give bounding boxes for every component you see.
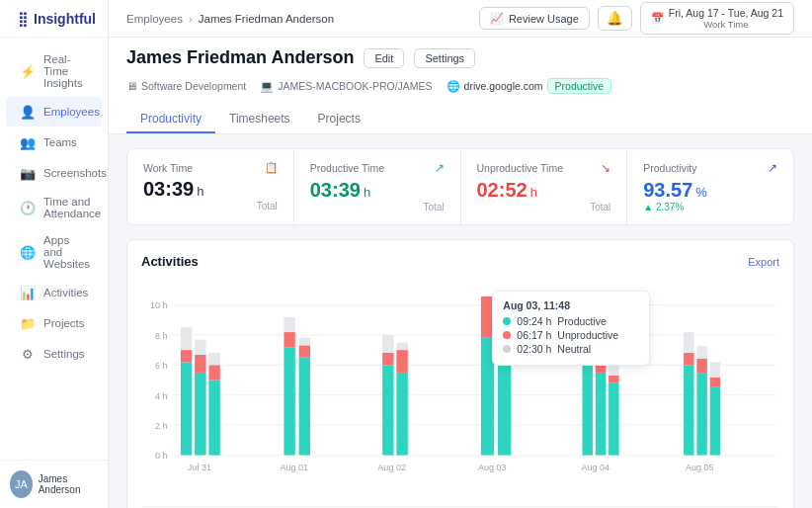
- calendar-icon: 📅: [651, 12, 664, 25]
- date-sub-text: Work Time: [669, 19, 783, 30]
- y-label-10h: 10 h: [150, 300, 168, 310]
- tooltip-productive-value: 09:24 h: [517, 315, 551, 327]
- avatar-name: James Anderson: [39, 473, 98, 495]
- productivity-unit: %: [695, 185, 707, 200]
- y-label-6h: 6 h: [155, 361, 168, 371]
- breadcrumb-current: James Friedman Anderson: [199, 13, 334, 25]
- date-range-display: Fri, Aug 17 - Tue, Aug 21 Work Time: [669, 7, 783, 30]
- sidebar-item-appswebsites[interactable]: 🌐 Apps and Websites: [6, 227, 102, 277]
- productive-sub: Total: [310, 202, 445, 212]
- productivity-value: 93.57: [643, 179, 692, 202]
- bar-productive: [609, 382, 618, 455]
- bar-neutral: [396, 343, 407, 351]
- stat-work-label: Work Time 📋: [143, 161, 278, 174]
- url-text: drive.google.com: [464, 80, 543, 92]
- breadcrumb-parent[interactable]: Employees: [126, 13, 183, 25]
- review-usage-button[interactable]: 📈 Review Usage: [479, 7, 590, 30]
- bar-productive: [583, 358, 593, 456]
- content-area: Work Time 📋 03:39 h Total Productive Tim…: [109, 134, 812, 508]
- tooltip-neutral-label: Neutral: [557, 343, 591, 355]
- sidebar-item-label: Real-Time Insights: [43, 53, 88, 89]
- productivity-change: ▲ 2.37%: [643, 202, 777, 212]
- unproductive-icon: ↘: [601, 161, 610, 175]
- sidebar-item-screenshots[interactable]: 📷 Screenshots: [6, 158, 102, 188]
- work-time-icon: 📋: [265, 161, 278, 174]
- logo-icon: ⣿: [18, 11, 28, 27]
- bar-unproductive: [181, 350, 192, 362]
- productivity-icon: ↗: [768, 161, 777, 175]
- tab-timesheets[interactable]: Timesheets: [215, 106, 304, 133]
- sidebar-item-settings[interactable]: ⚙ Settings: [6, 339, 102, 369]
- settings-icon: ⚙: [20, 346, 36, 362]
- stat-unproductive-time: Unproductive Time ↘ 02:52 h Total: [461, 149, 628, 224]
- bar-neutral: [195, 340, 205, 355]
- device-icon: 💻: [260, 80, 274, 93]
- avatar: JA: [10, 470, 33, 498]
- date-range-button[interactable]: 📅 Fri, Aug 17 - Tue, Aug 21 Work Time: [640, 2, 794, 35]
- y-label-8h: 8 h: [155, 331, 168, 341]
- productive-label: Productive Time: [310, 162, 384, 174]
- page-header-top: James Friedman Anderson Edit Settings: [126, 47, 794, 68]
- x-label-aug02: Aug 02: [377, 463, 406, 472]
- sidebar-item-label: Teams: [43, 136, 77, 148]
- sidebar-item-timeattendance[interactable]: 🕐 Time and Attendance: [6, 189, 102, 226]
- bar-productive: [208, 381, 219, 456]
- sidebar-item-label: Apps and Websites: [43, 234, 90, 270]
- bar-productive: [596, 373, 606, 456]
- app-name: Insightful: [34, 11, 96, 27]
- x-label-aug03: Aug 03: [478, 463, 507, 472]
- export-button[interactable]: Export: [748, 256, 779, 268]
- topbar-actions: 📈 Review Usage 🔔 📅 Fri, Aug 17 - Tue, Au…: [479, 2, 794, 35]
- bar-productive: [498, 350, 511, 455]
- notifications-button[interactable]: 🔔: [598, 6, 632, 31]
- activities-icon: 📊: [20, 285, 36, 300]
- review-icon: 📈: [490, 12, 504, 25]
- bar-unproductive: [684, 353, 693, 365]
- tooltip-neutral: 02:30 h Neutral: [503, 343, 639, 355]
- timeattendance-icon: 🕐: [20, 200, 36, 215]
- sidebar-item-label: Activities: [43, 287, 88, 298]
- sidebar-item-realtime[interactable]: ⚡ Real-Time Insights: [6, 46, 102, 96]
- bar-unproductive: [284, 332, 294, 347]
- bar-productive: [684, 365, 693, 455]
- productive-badge: Productive: [547, 78, 612, 94]
- productive-unit: h: [364, 185, 370, 200]
- sidebar: ⣿ Insightful ⚡ Real-Time Insights 👤 Empl…: [0, 0, 109, 508]
- dept-meta: 🖥 Software Development: [126, 80, 246, 92]
- main-content: Employees › James Friedman Anderson 📈 Re…: [109, 0, 812, 508]
- bar-unproductive: [208, 365, 219, 380]
- x-label-aug01: Aug 01: [281, 463, 309, 472]
- bar-unproductive: [696, 359, 706, 374]
- sidebar-item-activities[interactable]: 📊 Activities: [6, 278, 102, 307]
- dept-icon: 🖥: [126, 80, 137, 92]
- sidebar-item-teams[interactable]: 👥 Teams: [6, 127, 102, 157]
- tab-projects[interactable]: Projects: [304, 106, 374, 133]
- settings-button[interactable]: Settings: [414, 48, 475, 68]
- bar-unproductive: [609, 376, 618, 383]
- stat-productive-label: Productive Time ↗: [310, 161, 445, 175]
- page-header: James Friedman Anderson Edit Settings 🖥 …: [109, 38, 812, 134]
- stat-productivity: Productivity ↗ 93.57 % ▲ 2.37%: [627, 149, 793, 224]
- tooltip-title: Aug 03, 11:48: [503, 299, 639, 311]
- bar-unproductive: [382, 353, 393, 365]
- tooltip-productive-dot: [503, 317, 511, 325]
- sidebar-item-projects[interactable]: 📁 Projects: [6, 308, 102, 338]
- bar-neutral: [284, 317, 294, 332]
- bar-neutral: [710, 362, 720, 377]
- app-logo: ⣿ Insightful: [0, 0, 108, 38]
- bar-neutral: [696, 346, 706, 358]
- bar-productive: [396, 373, 407, 456]
- bar-neutral: [382, 335, 393, 353]
- tooltip-productive: 09:24 h Productive: [503, 315, 639, 327]
- tab-productivity[interactable]: Productivity: [126, 106, 215, 133]
- bar-neutral: [299, 338, 310, 346]
- projects-icon: 📁: [20, 315, 36, 331]
- bar-productive: [696, 374, 706, 456]
- stats-row: Work Time 📋 03:39 h Total Productive Tim…: [126, 148, 794, 225]
- edit-button[interactable]: Edit: [364, 48, 404, 68]
- y-label-2h: 2 h: [155, 421, 168, 431]
- x-label-aug04: Aug 04: [582, 463, 610, 472]
- productive-icon: ↗: [435, 161, 445, 175]
- sidebar-item-employees[interactable]: 👤 Employees: [6, 97, 102, 127]
- device-meta: 💻 JAMES-MACBOOK-PRO/JAMES: [260, 80, 432, 93]
